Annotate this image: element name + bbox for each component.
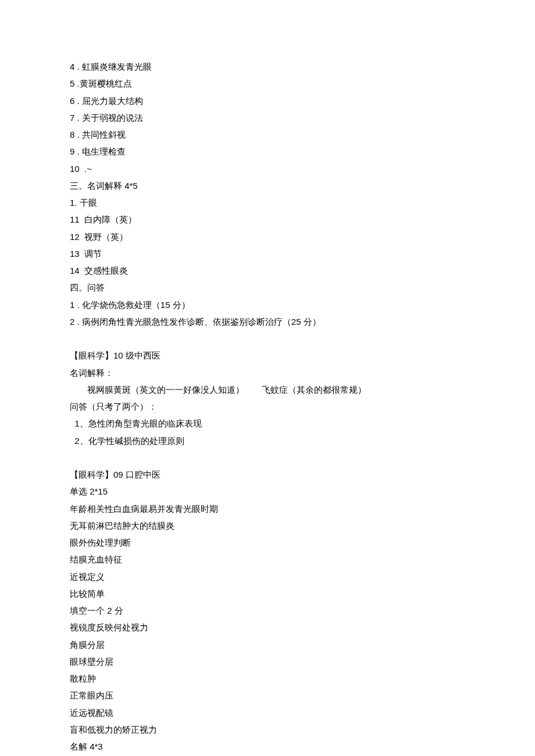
text-line: 9 . 电生理检查 xyxy=(70,143,465,160)
text-line: 视锐度反映何处视力 xyxy=(70,619,465,636)
text-line: 视网膜黄斑（英文的一一好像没人知道） 飞蚊症（其余的都很常规） xyxy=(70,381,465,398)
text-line: 近视定义 xyxy=(70,568,465,585)
text-line: 10 .~ xyxy=(70,160,465,177)
text-line: 1 . 化学烧伤急救处理（15 分） xyxy=(70,296,465,313)
text-line: 6 . 屈光力最大结构 xyxy=(70,92,465,109)
text-line: 比较简单 xyxy=(70,585,465,602)
text-line: 近远视配镜 xyxy=(70,704,465,721)
text-line: 角膜分层 xyxy=(70,636,465,653)
text-line: 单选 2*15 xyxy=(70,483,465,500)
text-line: 11 白内障（英） xyxy=(70,211,465,228)
text-line: 4 . 虹膜炎继发青光眼 xyxy=(70,58,465,75)
text-line: 名词解释： xyxy=(70,364,465,381)
text-line: 年龄相关性白血病最易并发青光眼时期 xyxy=(70,500,465,517)
text-line: 四。问答 xyxy=(70,279,465,296)
text-line: 名解 4*3 xyxy=(70,738,465,755)
text-line: 无耳前淋巴结肿大的结膜炎 xyxy=(70,517,465,534)
text-line: 结膜充血特征 xyxy=(70,551,465,568)
text-line: 三。名词解释 4*5 xyxy=(70,177,465,194)
text-line: 【眼科学】09 口腔中医 xyxy=(70,466,465,483)
text-line: 14 交感性眼炎 xyxy=(70,262,465,279)
text-line: 1. 干眼 xyxy=(70,194,465,211)
document-body: 4 . 虹膜炎继发青光眼5 .黄斑樱桃红点6 . 屈光力最大结构7 . 关于弱视… xyxy=(70,58,465,756)
text-line: 填空一个 2 分 xyxy=(70,602,465,619)
text-line: 1、急性闭角型青光眼的临床表现 xyxy=(70,415,465,432)
text-line: 7 . 关于弱视的说法 xyxy=(70,109,465,126)
text-line: 12 视野（英） xyxy=(70,228,465,245)
text-line: 盲和低视力的矫正视力 xyxy=(70,721,465,738)
text-line: 眼球壁分层 xyxy=(70,653,465,670)
text-line: 正常眼内压 xyxy=(70,687,465,704)
text-line: 8 . 共同性斜视 xyxy=(70,126,465,143)
text-line: 问答（只考了两个）： xyxy=(70,398,465,415)
text-line: 散粒肿 xyxy=(70,670,465,687)
text-line: 眼外伤处理判断 xyxy=(70,534,465,551)
text-line: 2、化学性碱损伤的处理原则 xyxy=(70,432,465,449)
text-line: 【眼科学】10 级中西医 xyxy=(70,347,465,364)
text-line: 13 调节 xyxy=(70,245,465,262)
text-line: 5 .黄斑樱桃红点 xyxy=(70,75,465,92)
text-line: 2 . 病例闭角性青光眼急性发作诊断、依据鉴别诊断治疗（25 分） xyxy=(70,313,465,330)
